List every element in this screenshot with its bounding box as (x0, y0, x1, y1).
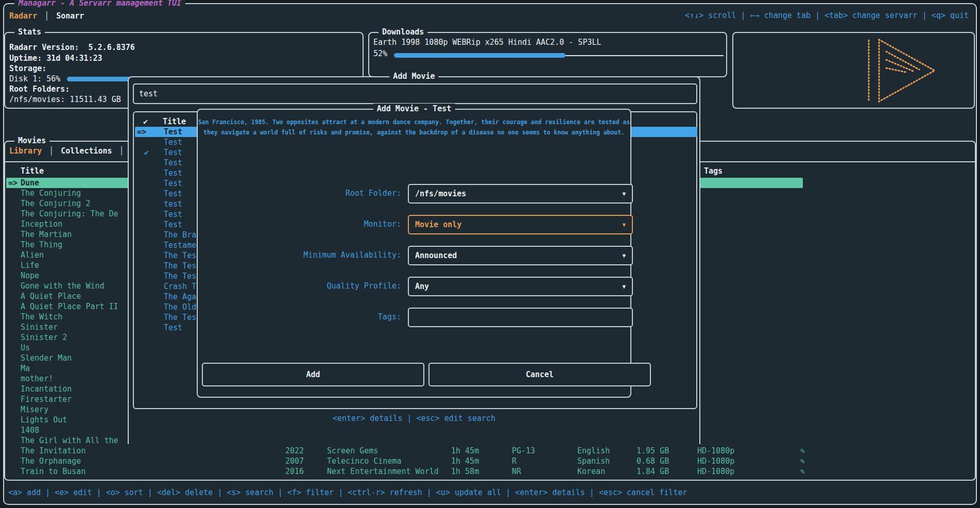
movie-title: The Conjuring 2 (21, 198, 90, 209)
movie-studio: Next Entertainment World (327, 466, 439, 477)
movie-search-input[interactable] (133, 83, 697, 104)
managarr-tui-screen: Managarr - A Servarr management TUI Rada… (0, 0, 980, 508)
downloads-panel-title: Downloads (379, 27, 427, 37)
result-title: test (164, 199, 182, 209)
movie-title: The Martian (21, 229, 72, 240)
chevron-down-icon: ▼ (622, 282, 626, 292)
stats-disk: Disk 1: 56% (9, 74, 60, 84)
managarr-logo-icon (864, 37, 941, 104)
download-percent: 52% (373, 48, 387, 59)
tab-library[interactable]: Library (9, 146, 42, 156)
field-value: Movie only (415, 219, 461, 230)
movie-title: Firestarter (21, 394, 72, 404)
tags-input-field[interactable] (408, 308, 633, 327)
download-gauge (394, 53, 565, 58)
movie-row[interactable]: Train to Busan2016Next Entertainment Wor… (6, 466, 974, 477)
result-title: Test (164, 189, 182, 199)
add-movie-form-modal: Add Movie - Test San Francisco, 1985. Tw… (197, 109, 631, 398)
field-label: Monitor: (198, 219, 401, 229)
downloads-panel: Downloads Earth 1998 1080p WEBRip x265 H… (368, 32, 727, 77)
tab-collections[interactable]: Collections (61, 146, 112, 156)
tab-sonarr[interactable]: Sonarr (56, 11, 84, 21)
dropdown-monitor[interactable]: Movie only▼ (408, 215, 633, 234)
movie-size: 0.68 GB (637, 456, 669, 466)
tab-radarr[interactable]: Radarr (9, 11, 37, 21)
movie-row[interactable]: The Orphanage2007Telecinco Cinema1h 45mR… (6, 456, 974, 466)
field-value: Announced (415, 250, 457, 261)
movies-panel-title: Movies (14, 136, 49, 146)
tab-divider: │ (119, 146, 124, 156)
movie-title: The Thing (21, 240, 62, 250)
chevron-down-icon: ▼ (622, 220, 626, 230)
movie-year: 2007 (285, 456, 304, 466)
movie-runtime: 1h 45m (451, 446, 479, 456)
movie-studio: Telecinco Cinema (327, 456, 402, 466)
movie-title: Train to Busan (21, 466, 85, 477)
movie-title: Life (21, 260, 39, 270)
movie-title: Ma (21, 363, 30, 374)
movie-rating: PG-13 (512, 446, 535, 456)
cancel-button[interactable]: Cancel (428, 363, 651, 386)
result-title: Crash Te (164, 281, 201, 292)
movie-row[interactable]: The Invitation2022Screen Gems1h 45mPG-13… (6, 446, 974, 456)
movie-title: The Invitation (21, 446, 85, 456)
movie-title: A Quiet Place Part II (21, 301, 118, 312)
edit-pencil-icon: ✎ (800, 456, 805, 466)
add-button[interactable]: Add (202, 363, 424, 386)
result-title: Test (164, 219, 182, 230)
field-label: Quality Profile: (198, 281, 401, 291)
tab-divider: │ (44, 11, 49, 21)
add-movie-modal-title: Add Movie (389, 71, 438, 81)
result-title: The Bran (164, 230, 201, 240)
movie-language: Spanish (577, 456, 610, 466)
movie-quality: HD-1080p (697, 466, 734, 477)
monitored-check-icon: ✔ (144, 147, 149, 158)
movie-title: Gone with the Wind (21, 281, 105, 291)
movie-title: 1408 (21, 425, 39, 435)
download-item-name: Earth 1998 1080p WEBRip x265 Hindi AAC2.… (373, 37, 601, 47)
stats-root-folders-label: Root Folders: (9, 84, 70, 94)
movie-title: A Quiet Place (21, 291, 81, 301)
movie-title: Sinister (21, 322, 58, 332)
result-title: Testamen (164, 240, 201, 250)
movie-title: The Orphanage (21, 456, 81, 466)
tags-input[interactable] (409, 309, 632, 326)
column-header-tags: Tags (704, 166, 723, 176)
edit-pencil-icon: ✎ (800, 446, 805, 456)
field-label: Root Folder: (198, 188, 401, 198)
result-title: The Test (164, 261, 201, 271)
field-label: Tags: (198, 312, 401, 322)
result-title: The Test (164, 312, 201, 323)
movie-title: Lights Out (21, 415, 67, 425)
results-keybindings: <enter> details | <esc> edit search (129, 413, 699, 424)
movie-title: Us (21, 343, 30, 353)
field-value: /nfs/movies (415, 189, 466, 199)
tab-divider: │ (49, 146, 54, 156)
result-title: Test (164, 178, 182, 189)
result-title: The Old (164, 302, 196, 312)
movie-size: 1.84 GB (637, 466, 669, 477)
stats-root-folder-value: /nfs/movies: 11511.43 GB (9, 94, 121, 105)
movie-title: The Conjuring (21, 188, 81, 198)
field-label: Minimum Availability: (198, 250, 401, 260)
result-title: Test (164, 158, 182, 168)
dropdown-quality-profile[interactable]: Any▼ (408, 277, 633, 296)
movie-title: The Girl with All the (21, 435, 118, 446)
chevron-down-icon: ▼ (622, 189, 626, 199)
form-modal-title: Add Movie - Test (373, 104, 455, 114)
movie-title: The Conjuring: The De (21, 209, 118, 219)
result-title: Test (164, 323, 182, 333)
dropdown-minimum-availability[interactable]: Announced▼ (408, 246, 633, 265)
stats-storage-label: Storage: (9, 63, 46, 74)
selection-prefix: => (137, 127, 146, 137)
movie-studio: Screen Gems (327, 446, 378, 456)
results-header-title: Title (163, 116, 186, 127)
movie-quality: HD-1080p (697, 456, 734, 466)
movie-year: 2022 (285, 446, 304, 456)
result-title: The Test (164, 250, 201, 261)
movie-year: 2016 (285, 466, 304, 477)
movies-tabs: Library │ Collections │ (9, 146, 124, 156)
movie-title: Dune (21, 178, 39, 188)
movie-title: Misery (21, 404, 48, 415)
dropdown-root-folder[interactable]: /nfs/movies▼ (408, 184, 633, 204)
